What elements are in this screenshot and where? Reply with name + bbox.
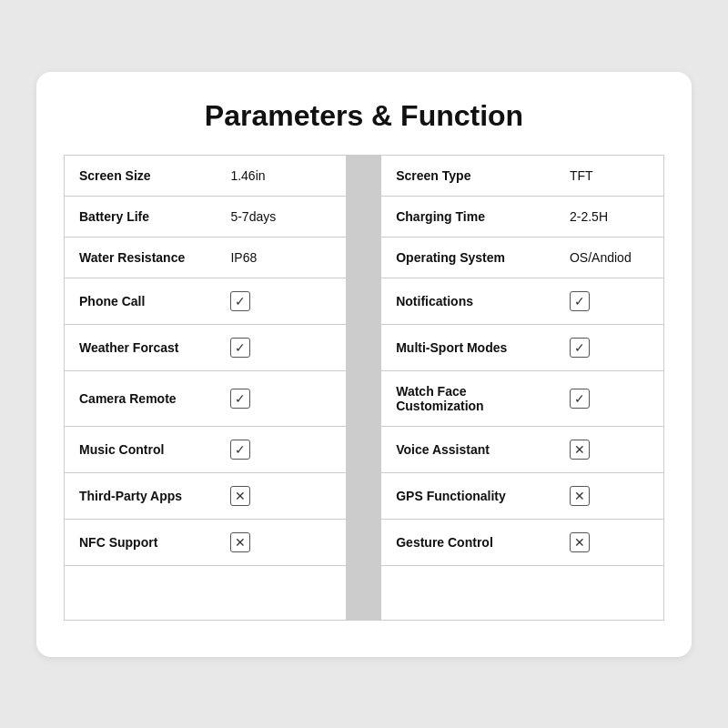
column-divider — [346, 324, 381, 370]
check-icon: ✓ — [570, 338, 590, 358]
left-value: ✕ — [216, 472, 346, 519]
column-divider — [346, 237, 381, 278]
table-row: Battery Life5-7daysCharging Time2-2.5H — [65, 196, 664, 237]
left-value: ✓ — [216, 370, 346, 426]
left-label: Battery Life — [65, 196, 217, 237]
right-label: Voice Assistant — [381, 426, 555, 472]
x-icon: ✕ — [230, 486, 250, 506]
right-value: OS/Andiod — [555, 237, 664, 278]
table-row: Weather Forcast✓Multi-Sport Modes✓ — [65, 324, 664, 370]
left-value: 5-7days — [216, 196, 346, 237]
check-icon: ✓ — [230, 291, 250, 311]
table-row: Third-Party Apps✕GPS Functionality✕ — [65, 472, 664, 519]
column-divider — [346, 472, 381, 519]
params-table: Screen Size1.46inScreen TypeTFTBattery L… — [64, 155, 664, 621]
right-value: TFT — [555, 155, 664, 196]
check-icon: ✓ — [230, 440, 250, 460]
x-icon: ✕ — [570, 486, 590, 506]
page-title: Parameters & Function — [64, 99, 664, 133]
left-label: NFC Support — [65, 519, 217, 565]
right-value: ✕ — [555, 426, 664, 472]
left-value: 1.46in — [216, 155, 346, 196]
right-label: Multi-Sport Modes — [381, 324, 555, 370]
x-icon: ✕ — [230, 532, 250, 552]
left-label: Music Control — [65, 426, 217, 472]
left-value: IP68 — [216, 237, 346, 278]
table-row: Phone Call✓Notifications✓ — [65, 278, 664, 324]
table-row: Camera Remote✓Watch Face Customization✓ — [65, 370, 664, 426]
right-value: ✕ — [555, 472, 664, 519]
right-value: ✓ — [555, 370, 664, 426]
left-value: ✓ — [216, 324, 346, 370]
column-divider — [346, 155, 381, 196]
column-divider — [346, 278, 381, 324]
column-divider — [346, 426, 381, 472]
right-label: Operating System — [381, 237, 555, 278]
left-label: Weather Forcast — [65, 324, 217, 370]
left-value: ✕ — [216, 519, 346, 565]
right-value: ✓ — [555, 278, 664, 324]
left-label: Phone Call — [65, 278, 217, 324]
column-divider — [346, 370, 381, 426]
table-row: NFC Support✕Gesture Control✕ — [65, 519, 664, 565]
column-divider — [346, 196, 381, 237]
left-label: Third-Party Apps — [65, 472, 217, 519]
left-label: Camera Remote — [65, 370, 217, 426]
empty-left — [65, 565, 347, 620]
check-icon: ✓ — [230, 389, 250, 409]
right-label: Notifications — [381, 278, 555, 324]
right-value: ✓ — [555, 324, 664, 370]
table-row: Screen Size1.46inScreen TypeTFT — [65, 155, 664, 196]
check-icon: ✓ — [230, 338, 250, 358]
table-row: Music Control✓Voice Assistant✕ — [65, 426, 664, 472]
right-label: Watch Face Customization — [381, 370, 555, 426]
check-icon: ✓ — [570, 389, 590, 409]
check-icon: ✓ — [570, 291, 590, 311]
right-label: Charging Time — [381, 196, 555, 237]
table-row: Water ResistanceIP68Operating SystemOS/A… — [65, 237, 664, 278]
left-value: ✓ — [216, 426, 346, 472]
main-card: Parameters & Function Screen Size1.46inS… — [36, 72, 692, 657]
table-row — [65, 565, 664, 620]
right-value: 2-2.5H — [555, 196, 664, 237]
right-label: GPS Functionality — [381, 472, 555, 519]
right-label: Gesture Control — [381, 519, 555, 565]
left-label: Water Resistance — [65, 237, 217, 278]
right-value: ✕ — [555, 519, 664, 565]
x-icon: ✕ — [570, 532, 590, 552]
column-divider — [346, 519, 381, 565]
x-icon: ✕ — [570, 440, 590, 460]
left-value: ✓ — [216, 278, 346, 324]
empty-right — [381, 565, 663, 620]
divider — [346, 565, 381, 620]
left-label: Screen Size — [65, 155, 217, 196]
right-label: Screen Type — [381, 155, 555, 196]
